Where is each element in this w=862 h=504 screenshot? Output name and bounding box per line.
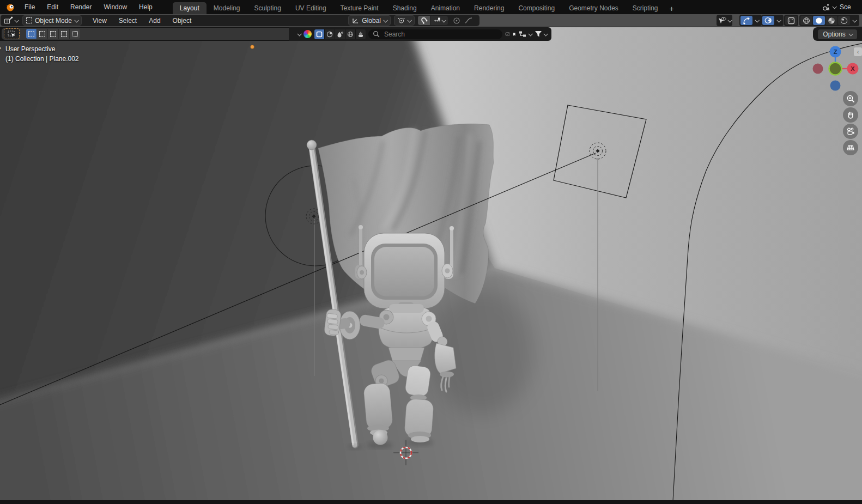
select-mode-invert[interactable] xyxy=(59,29,70,39)
tab-rendering[interactable]: Rendering xyxy=(467,2,511,14)
object-mode-icon xyxy=(26,17,32,23)
collapse-region-icon[interactable] xyxy=(505,30,510,38)
tab-animation[interactable]: Animation xyxy=(424,2,467,14)
display-settings-dropdown[interactable] xyxy=(519,31,532,38)
scene-selector[interactable]: Sce xyxy=(817,0,862,14)
menu-window[interactable]: Window xyxy=(98,0,133,14)
shading-solid-button[interactable] xyxy=(813,16,825,25)
axis-y-ball-active[interactable] xyxy=(829,63,842,75)
overlays-settings-dropdown[interactable] xyxy=(775,16,782,25)
object-origin-dot[interactable] xyxy=(251,45,254,49)
pan-button[interactable] xyxy=(843,107,858,123)
pivot-point-dropdown[interactable] xyxy=(394,15,415,26)
snap-toggle-button[interactable] xyxy=(418,16,430,25)
proportional-editing-button[interactable] xyxy=(451,16,462,25)
show-gizmo-button[interactable] xyxy=(740,16,752,25)
filter-brush-button[interactable] xyxy=(356,29,366,39)
shading-wireframe-button[interactable] xyxy=(800,16,812,25)
proportional-falloff-dropdown[interactable] xyxy=(463,16,474,25)
scene-icon xyxy=(822,3,830,11)
menu-render[interactable]: Render xyxy=(64,0,98,14)
filter-fluid-button[interactable] xyxy=(335,29,345,39)
active-tool-button[interactable] xyxy=(4,29,19,39)
menu-file[interactable]: File xyxy=(19,0,41,14)
orientation-axes-icon xyxy=(352,17,359,24)
show-object-types-dropdown[interactable] xyxy=(718,16,731,25)
sidebar-toggle-button[interactable]: ‹ xyxy=(854,47,862,56)
tab-texture-paint[interactable]: Texture Paint xyxy=(333,2,386,14)
display-mode-ball-icon[interactable] xyxy=(303,30,312,38)
viewport-header: Object Mode View Select Add Object Globa… xyxy=(0,14,862,27)
tab-geometry-nodes[interactable]: Geometry Nodes xyxy=(562,2,626,14)
camera-view-button[interactable] xyxy=(843,124,858,139)
mode-dropdown[interactable]: Object Mode xyxy=(22,15,82,26)
axis-neg-z-ball[interactable] xyxy=(830,81,841,91)
options-button[interactable]: Options xyxy=(818,29,857,39)
blender-window: User Perspective (1) Collection | Plane.… xyxy=(0,0,862,504)
robot-foot-ball xyxy=(373,430,388,445)
blender-logo-icon[interactable] xyxy=(4,2,16,12)
select-mode-set[interactable] xyxy=(26,29,37,39)
gizmo-settings-dropdown[interactable] xyxy=(753,16,761,25)
shading-rendered-button[interactable] xyxy=(838,16,850,25)
filter-dropdown[interactable] xyxy=(535,31,547,38)
filter-world-button[interactable] xyxy=(345,29,356,39)
tab-uv-editing[interactable]: UV Editing xyxy=(288,2,333,14)
editor-type-button[interactable] xyxy=(4,16,18,25)
tab-modeling[interactable]: Modeling xyxy=(207,2,247,14)
hierarchy-icon xyxy=(519,31,527,38)
shading-settings-dropdown[interactable] xyxy=(851,16,858,25)
add-workspace-button[interactable]: + xyxy=(665,2,678,14)
axis-z-label: Z xyxy=(834,48,837,55)
header-left-panel: Object Mode View Select Add Object Globa… xyxy=(1,15,479,26)
rendered-sphere-icon xyxy=(840,17,848,25)
menu-view[interactable]: View xyxy=(87,17,112,25)
robot-hand-left xyxy=(324,309,342,337)
menu-add[interactable]: Add xyxy=(143,17,166,25)
transform-orientation-dropdown[interactable]: Global xyxy=(348,15,391,26)
filter-object-button[interactable] xyxy=(314,29,325,39)
snap-settings-dropdown[interactable] xyxy=(430,16,448,25)
viewport-canvas[interactable] xyxy=(0,27,862,500)
tab-shading[interactable]: Shading xyxy=(386,2,424,14)
show-overlays-button[interactable] xyxy=(762,16,774,25)
options-label: Options xyxy=(823,31,845,38)
filter-sphere-button[interactable] xyxy=(325,29,335,39)
chevron-down-icon xyxy=(727,18,732,22)
bookmark-icon[interactable] xyxy=(513,31,516,38)
tab-layout[interactable]: Layout xyxy=(173,2,207,14)
menu-edit[interactable]: Edit xyxy=(41,0,64,14)
search-box[interactable] xyxy=(368,29,502,39)
toggle-xray-button[interactable] xyxy=(785,16,797,25)
viewport-3d[interactable]: User Perspective (1) Collection | Plane.… xyxy=(0,27,862,500)
gizmo-icon xyxy=(743,17,750,25)
toolbar-expand-icon[interactable]: › xyxy=(0,44,1,52)
tab-sculpting[interactable]: Sculpting xyxy=(247,2,288,14)
window-bottom-edge xyxy=(0,500,862,504)
select-mode-buttons xyxy=(26,29,80,39)
xray-group xyxy=(784,15,798,26)
zoom-button[interactable] xyxy=(843,91,858,106)
select-mode-intersect[interactable] xyxy=(70,29,80,39)
menu-object[interactable]: Object xyxy=(167,17,197,25)
tab-scripting[interactable]: Scripting xyxy=(626,2,665,14)
chevron-down-icon xyxy=(848,32,853,36)
chevron-down-icon xyxy=(832,4,836,9)
gizmos-group xyxy=(739,15,762,26)
chevron-down-icon xyxy=(14,18,19,22)
chevron-down-icon xyxy=(75,18,79,22)
select-mode-subtract[interactable] xyxy=(48,29,59,39)
chevron-down-icon[interactable] xyxy=(297,32,301,36)
search-input[interactable] xyxy=(383,30,483,39)
select-mode-extend[interactable] xyxy=(37,29,48,39)
shading-material-button[interactable] xyxy=(825,16,837,25)
breadcrumb: (1) Collection | Plane.002 xyxy=(5,55,79,63)
axis-neg-x-ball[interactable] xyxy=(813,64,823,74)
tab-compositing[interactable]: Compositing xyxy=(511,2,562,14)
menu-help[interactable]: Help xyxy=(133,0,159,14)
snap-increment-icon xyxy=(434,17,441,24)
wireframe-sphere-icon xyxy=(803,17,810,25)
ortho-toggle-button[interactable] xyxy=(843,140,858,155)
chevron-down-icon xyxy=(528,32,532,36)
menu-select[interactable]: Select xyxy=(113,17,142,25)
